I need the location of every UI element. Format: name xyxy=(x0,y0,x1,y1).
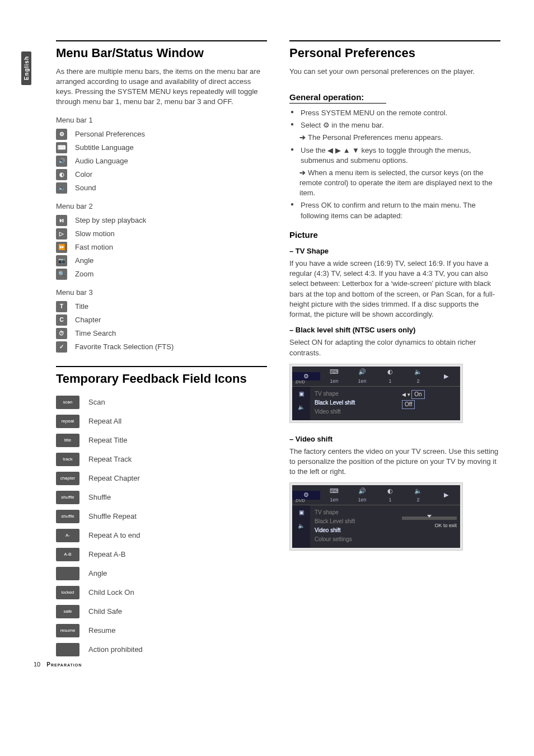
video-shift-slider xyxy=(402,516,457,520)
menubar-icon: 🔍 xyxy=(56,269,67,280)
feedback-icon xyxy=(56,567,79,580)
menubar-icon: ⌨ xyxy=(56,142,67,153)
feedback-icon: track xyxy=(56,453,79,466)
osd-menu-item: Black Level shift xyxy=(315,518,394,525)
menubar-title: Menu bar 2 xyxy=(56,201,267,212)
osd-menu-item: TV shape xyxy=(315,390,394,398)
feedback-item-label: Repeat Chapter xyxy=(88,473,140,483)
feedback-icon xyxy=(56,643,79,656)
text-video-shift: The factory centers the video on your TV… xyxy=(289,447,500,477)
feedback-icon: scan xyxy=(56,396,79,409)
general-operation-list-2: Use the ◀ ▶ ▲ ▼ keys to toggle through t… xyxy=(291,145,500,166)
menubar-item-label: Time Search xyxy=(75,328,116,339)
heading-picture: Picture xyxy=(289,229,500,241)
menubar-item: ⏯Step by step playback xyxy=(56,215,267,226)
general-step-4: Press OK to confirm and return to the ma… xyxy=(291,200,500,220)
menubar-icon: ⏩ xyxy=(56,242,67,253)
feedback-item: shuffleShuffle xyxy=(56,491,267,504)
menubar-icon: 📷 xyxy=(56,255,67,266)
feedback-item-label: Shuffle xyxy=(88,492,111,503)
osd-dvd-label-2: DVD xyxy=(296,497,305,504)
feedback-item-label: Repeat A to end xyxy=(88,530,140,541)
menubar-icon: 🔊 xyxy=(56,156,67,167)
text-black-level: Select ON for adapting the color dynamic… xyxy=(289,337,500,358)
general-step-1: Press SYSTEM MENU on the remote control. xyxy=(291,108,500,118)
heading-feedback-icons: Temporary Feedback Field Icons xyxy=(56,366,267,388)
general-operation-list: Press SYSTEM MENU on the remote control.… xyxy=(291,108,500,130)
feedback-icon: shuffle xyxy=(56,510,79,523)
general-result-1: The Personal Preferences menu appears. xyxy=(289,133,500,143)
menubar-item-label: Fast motion xyxy=(75,242,113,252)
feedback-item: chapterRepeat Chapter xyxy=(56,472,267,485)
feedback-item-label: Scan xyxy=(88,397,105,407)
menubar-icon: 🔈 xyxy=(56,182,67,194)
feedback-icon: shuffle xyxy=(56,491,79,504)
intro-personal-prefs: You can set your own personal preference… xyxy=(289,67,500,77)
menubar-icon: ⏯ xyxy=(56,215,67,226)
feedback-item-label: Angle xyxy=(88,569,107,579)
heading-black-level: – Black level shift (NTSC users only) xyxy=(289,325,500,335)
feedback-item: scanScan xyxy=(56,396,267,409)
heading-tv-shape: – TV Shape xyxy=(289,246,500,256)
menubar-item-label: Slow motion xyxy=(75,229,115,239)
menubar-item-label: Step by step playback xyxy=(75,215,146,226)
menubar-icon: ⚙ xyxy=(56,129,67,140)
menubar-item: ◐Color xyxy=(56,169,267,180)
menubar-item: ⏩Fast motion xyxy=(56,242,267,253)
menubar-item-label: Angle xyxy=(75,256,93,266)
feedback-item: repeatRepeat All xyxy=(56,415,267,428)
feedback-item: lockedChild Lock On xyxy=(56,586,267,599)
feedback-item-label: Repeat A-B xyxy=(88,550,126,560)
feedback-icon: repeat xyxy=(56,415,79,428)
menubar-item: ⏱Time Search xyxy=(56,328,267,339)
osd-menu-item: Video shift xyxy=(315,408,394,416)
feedback-icon: safe xyxy=(56,605,79,618)
menubar-item: 🔊Audio Language xyxy=(56,156,267,167)
page-footer: 10 Preparation xyxy=(34,661,82,668)
feedback-item: trackRepeat Track xyxy=(56,453,267,466)
menubar-item-label: Sound xyxy=(75,183,96,193)
feedback-item-label: Action prohibited xyxy=(88,645,143,655)
feedback-item: shuffleShuffle Repeat xyxy=(56,510,267,523)
general-step-3: Use the ◀ ▶ ▲ ▼ keys to toggle through t… xyxy=(291,145,500,166)
menubar-icon: C xyxy=(56,314,67,326)
menubar-item-label: Zoom xyxy=(75,269,93,279)
feedback-icon: title xyxy=(56,434,79,447)
feedback-icon: locked xyxy=(56,586,79,599)
language-tab: English xyxy=(21,51,31,85)
menubar-item: 📷Angle xyxy=(56,255,267,266)
menubar-title: Menu bar 3 xyxy=(56,288,267,298)
feedback-icon: A-B xyxy=(56,548,79,561)
feedback-icon: resume xyxy=(56,624,79,637)
menubar-item: 🔈Sound xyxy=(56,182,267,194)
menubar-icon: ◐ xyxy=(56,169,67,180)
feedback-item: A-BRepeat A-B xyxy=(56,548,267,561)
intro-menu-bar: As there are multiple menu bars, the ite… xyxy=(56,67,267,107)
right-column: Personal Preferences You can set your ow… xyxy=(289,40,500,662)
menubar-item: CChapter xyxy=(56,314,267,326)
osd-menu-item: Black Level shift xyxy=(315,399,394,407)
feedback-item: resumeResume xyxy=(56,624,267,637)
feedback-item: safeChild Safe xyxy=(56,605,267,618)
feedback-item: A-Repeat A to end xyxy=(56,529,267,542)
osd-menu-item: TV shape xyxy=(315,509,394,516)
heading-personal-prefs: Personal Preferences xyxy=(289,40,500,62)
section-label: Preparation xyxy=(46,661,82,668)
feedback-item-label: Repeat All xyxy=(88,416,121,426)
osd-black-level: DVD ⚙ ⌨1en 🔊1en ◐1 🔈2 ▶ ▣🔈 TV shapeBlack… xyxy=(289,364,463,423)
general-operation-list-3: Press OK to confirm and return to the ma… xyxy=(291,200,500,220)
menubar-item: ▷Slow motion xyxy=(56,228,267,240)
menubar-item: ⚙Personal Preferences xyxy=(56,129,267,140)
text-tv-shape: If you have a wide screen (16:9) TV, sel… xyxy=(289,259,500,320)
feedback-item-label: Child Safe xyxy=(88,607,122,617)
menubar-item: ⌨Subtitle Language xyxy=(56,142,267,153)
menubar-item-label: Favorite Track Selection (FTS) xyxy=(75,342,174,352)
heading-menu-bar: Menu Bar/Status Window xyxy=(56,40,267,62)
left-column: Menu Bar/Status Window As there are mult… xyxy=(56,40,267,662)
feedback-item-label: Repeat Title xyxy=(88,435,127,445)
feedback-item: titleRepeat Title xyxy=(56,434,267,447)
osd-video-shift: DVD ⚙ ⌨1en 🔊1en ◐1 🔈2 ▶ ▣🔈 TV shapeBlack… xyxy=(289,482,463,551)
menubar-item-label: Chapter xyxy=(75,315,101,325)
feedback-item: Angle xyxy=(56,567,267,580)
menubar-item-label: Audio Language xyxy=(75,156,128,166)
